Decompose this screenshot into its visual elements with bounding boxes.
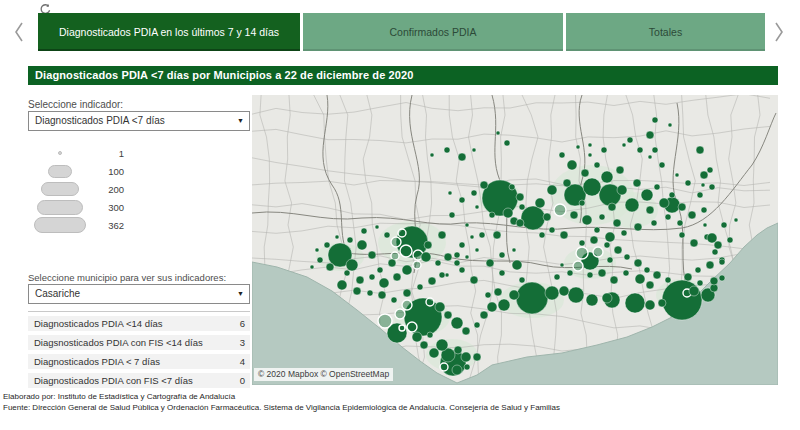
chevron-left-icon[interactable] [12,21,26,43]
indicator-label: Diagnosticados PDIA <14 días [34,318,163,329]
tab-3[interactable]: Totales [566,13,765,51]
dashboard: Diagnosticados PDIA en los últimos 7 y 1… [0,0,800,430]
indicator-value: 6 [240,318,245,329]
indicator-label: Diagnosticados PDIA con FIS <7 días [34,375,193,386]
legend-row: 200 [28,180,148,198]
indicator-row[interactable]: Diagsnosticados PDIA con FIS <14 días3 [28,335,250,350]
tab-2[interactable]: Confirmados PDIA [303,13,563,51]
legend-size-shape [37,200,83,215]
indicator-dropdown-value: Diagnosticados PDIA <7 días [35,115,165,126]
indicator-label: Diagsnosticados PDIA con FIS <14 días [34,337,203,348]
footer-fuente: Fuente: Dirección General de Salud Públi… [3,403,560,414]
indicator-select-label: Seleccione indicador: [28,99,123,110]
indicator-label: Diagnosticados PDIA < 7 días [34,356,160,367]
legend-size-shape [41,182,79,196]
legend-row: 300 [28,198,148,216]
indicator-value: 0 [240,375,245,386]
indicator-dropdown[interactable]: Diagnosticados PDIA <7 días ▼ [28,111,250,131]
map-attribution[interactable]: © 2020 Mapbox © OpenStreetMap [254,368,393,381]
chevron-down-icon: ▼ [237,112,244,130]
legend-size-label: 362 [92,220,124,231]
legend-row: 1 [28,144,148,162]
municipality-select-label: Seleccione municipio para ver sus indica… [28,272,226,283]
legend-size-label: 200 [92,184,124,195]
bubble-map[interactable]: © 2020 Mapbox © OpenStreetMap [252,95,778,385]
indicator-value: 4 [240,356,245,367]
legend-size-shape [34,217,86,233]
indicator-row[interactable]: Diagnosticados PDIA <14 días6 [28,316,250,331]
legend-row: 100 [28,162,148,180]
legend-size-shape [48,165,72,178]
legend-size-label: 100 [92,166,124,177]
chevron-right-icon[interactable] [772,21,786,43]
legend-row: 362 [28,216,148,234]
footer: Elaborado por: Instituto de Estadística … [3,392,560,413]
indicator-value: 3 [240,337,245,348]
municipality-dropdown-value: Casariche [35,288,80,299]
indicator-row[interactable]: Diagnosticados PDIA con FIS <7 días0 [28,373,250,388]
tab-1[interactable]: Diagnosticados PDIA en los últimos 7 y 1… [38,13,300,51]
legend-size-label: 300 [92,202,124,213]
page-title: Diagnosticados PDIA <7 días por Municipi… [28,66,778,85]
legend-size-shape [58,151,62,155]
legend-size-label: 1 [92,148,124,159]
footer-elaborado: Elaborado por: Instituto de Estadística … [3,392,560,403]
chevron-down-icon: ▼ [237,285,244,303]
size-legend: 1100200300362 [28,144,148,234]
indicators-table: Diagnosticados PDIA <14 días6Diagsnostic… [28,311,250,388]
municipality-dropdown[interactable]: Casariche ▼ [28,284,250,304]
indicator-row[interactable]: Diagnosticados PDIA < 7 días4 [28,354,250,369]
page-tabs: Diagnosticados PDIA en los últimos 7 y 1… [38,13,765,51]
